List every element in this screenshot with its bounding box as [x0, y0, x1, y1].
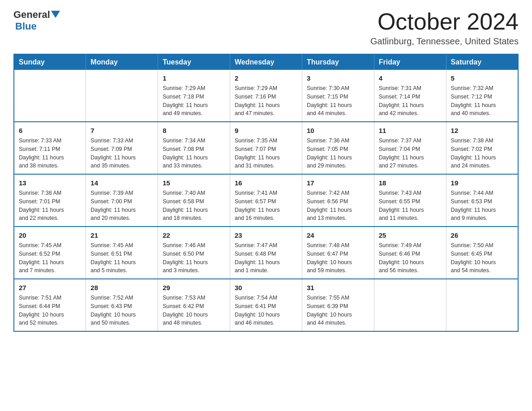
calendar-cell: 4Sunrise: 7:31 AM Sunset: 7:14 PM Daylig…	[374, 70, 446, 122]
logo-triangle-icon	[51, 11, 60, 18]
day-number: 4	[379, 73, 442, 83]
day-number: 5	[451, 73, 513, 83]
weekday-header-tuesday: Tuesday	[158, 54, 230, 70]
day-number: 23	[235, 231, 297, 240]
day-number: 14	[90, 178, 153, 188]
calendar-cell: 7Sunrise: 7:33 AM Sunset: 7:09 PM Daylig…	[86, 122, 158, 174]
day-info: Sunrise: 7:38 AM Sunset: 7:01 PM Dayligh…	[19, 189, 81, 223]
day-number: 24	[307, 231, 369, 240]
calendar-cell: 6Sunrise: 7:33 AM Sunset: 7:11 PM Daylig…	[14, 122, 86, 174]
day-number: 19	[451, 178, 513, 188]
day-info: Sunrise: 7:30 AM Sunset: 7:15 PM Dayligh…	[307, 84, 369, 118]
calendar-cell	[14, 70, 86, 122]
day-number: 13	[19, 178, 81, 188]
calendar-cell: 30Sunrise: 7:54 AM Sunset: 6:41 PM Dayli…	[230, 279, 302, 331]
calendar-cell: 27Sunrise: 7:51 AM Sunset: 6:44 PM Dayli…	[14, 279, 86, 331]
day-info: Sunrise: 7:34 AM Sunset: 7:08 PM Dayligh…	[163, 137, 225, 170]
day-info: Sunrise: 7:41 AM Sunset: 6:57 PM Dayligh…	[235, 189, 297, 223]
day-number: 7	[90, 126, 153, 135]
day-number: 26	[451, 231, 513, 240]
calendar-cell: 5Sunrise: 7:32 AM Sunset: 7:12 PM Daylig…	[446, 70, 518, 122]
day-info: Sunrise: 7:40 AM Sunset: 6:58 PM Dayligh…	[163, 189, 225, 223]
day-number: 8	[163, 126, 225, 135]
calendar-cell: 17Sunrise: 7:42 AM Sunset: 6:56 PM Dayli…	[302, 174, 374, 227]
calendar-cell: 15Sunrise: 7:40 AM Sunset: 6:58 PM Dayli…	[158, 174, 230, 227]
day-info: Sunrise: 7:53 AM Sunset: 6:42 PM Dayligh…	[163, 294, 225, 327]
day-number: 2	[235, 73, 297, 83]
header: General Blue October 2024 Gatlinburg, Te…	[13, 9, 519, 47]
day-info: Sunrise: 7:51 AM Sunset: 6:44 PM Dayligh…	[19, 294, 81, 327]
day-number: 11	[379, 126, 442, 135]
day-number: 31	[307, 283, 369, 292]
calendar-cell: 21Sunrise: 7:45 AM Sunset: 6:51 PM Dayli…	[86, 227, 158, 279]
weekday-header-monday: Monday	[86, 54, 158, 70]
weekday-header-row: SundayMondayTuesdayWednesdayThursdayFrid…	[14, 54, 518, 70]
calendar-cell: 29Sunrise: 7:53 AM Sunset: 6:42 PM Dayli…	[158, 279, 230, 331]
location-title: Gatlinburg, Tennessee, United States	[370, 36, 519, 47]
calendar-cell: 10Sunrise: 7:36 AM Sunset: 7:05 PM Dayli…	[302, 122, 374, 174]
logo: General Blue	[13, 9, 60, 32]
day-number: 20	[19, 231, 81, 240]
month-title: October 2024	[370, 9, 519, 34]
calendar-cell: 25Sunrise: 7:49 AM Sunset: 6:46 PM Dayli…	[374, 227, 446, 279]
day-number: 27	[19, 283, 81, 292]
calendar-cell: 12Sunrise: 7:38 AM Sunset: 7:02 PM Dayli…	[446, 122, 518, 174]
calendar-cell: 14Sunrise: 7:39 AM Sunset: 7:00 PM Dayli…	[86, 174, 158, 227]
day-info: Sunrise: 7:38 AM Sunset: 7:02 PM Dayligh…	[451, 137, 513, 170]
calendar-cell: 31Sunrise: 7:55 AM Sunset: 6:39 PM Dayli…	[302, 279, 374, 331]
day-info: Sunrise: 7:47 AM Sunset: 6:48 PM Dayligh…	[235, 241, 297, 275]
day-info: Sunrise: 7:52 AM Sunset: 6:43 PM Dayligh…	[90, 294, 153, 327]
day-info: Sunrise: 7:32 AM Sunset: 7:12 PM Dayligh…	[451, 84, 513, 118]
calendar-cell: 8Sunrise: 7:34 AM Sunset: 7:08 PM Daylig…	[158, 122, 230, 174]
day-info: Sunrise: 7:55 AM Sunset: 6:39 PM Dayligh…	[307, 294, 369, 327]
day-info: Sunrise: 7:37 AM Sunset: 7:04 PM Dayligh…	[379, 137, 442, 170]
day-number: 18	[379, 178, 442, 188]
day-info: Sunrise: 7:33 AM Sunset: 7:09 PM Dayligh…	[90, 137, 153, 170]
calendar-cell	[86, 70, 158, 122]
calendar-week-row: 27Sunrise: 7:51 AM Sunset: 6:44 PM Dayli…	[14, 279, 518, 331]
day-info: Sunrise: 7:29 AM Sunset: 7:18 PM Dayligh…	[163, 84, 225, 118]
logo-blue-text: Blue	[15, 21, 37, 32]
day-info: Sunrise: 7:33 AM Sunset: 7:11 PM Dayligh…	[19, 137, 81, 170]
day-number: 1	[163, 73, 225, 83]
day-info: Sunrise: 7:48 AM Sunset: 6:47 PM Dayligh…	[307, 241, 369, 275]
calendar-cell: 18Sunrise: 7:43 AM Sunset: 6:55 PM Dayli…	[374, 174, 446, 227]
day-number: 15	[163, 178, 225, 188]
day-number: 17	[307, 178, 369, 188]
day-info: Sunrise: 7:44 AM Sunset: 6:53 PM Dayligh…	[451, 189, 513, 223]
title-area: October 2024 Gatlinburg, Tennessee, Unit…	[370, 9, 519, 47]
weekday-header-friday: Friday	[374, 54, 446, 70]
day-info: Sunrise: 7:45 AM Sunset: 6:51 PM Dayligh…	[90, 241, 153, 275]
day-number: 21	[90, 231, 153, 240]
calendar-week-row: 1Sunrise: 7:29 AM Sunset: 7:18 PM Daylig…	[14, 70, 518, 122]
day-info: Sunrise: 7:36 AM Sunset: 7:05 PM Dayligh…	[307, 137, 369, 170]
day-number: 29	[163, 283, 225, 292]
day-number: 3	[307, 73, 369, 83]
calendar-cell: 3Sunrise: 7:30 AM Sunset: 7:15 PM Daylig…	[302, 70, 374, 122]
day-info: Sunrise: 7:50 AM Sunset: 6:45 PM Dayligh…	[451, 241, 513, 275]
calendar-cell: 20Sunrise: 7:45 AM Sunset: 6:52 PM Dayli…	[14, 227, 86, 279]
day-info: Sunrise: 7:54 AM Sunset: 6:41 PM Dayligh…	[235, 294, 297, 327]
calendar-cell: 9Sunrise: 7:35 AM Sunset: 7:07 PM Daylig…	[230, 122, 302, 174]
calendar-cell: 26Sunrise: 7:50 AM Sunset: 6:45 PM Dayli…	[446, 227, 518, 279]
calendar-cell: 19Sunrise: 7:44 AM Sunset: 6:53 PM Dayli…	[446, 174, 518, 227]
weekday-header-wednesday: Wednesday	[230, 54, 302, 70]
calendar-week-row: 13Sunrise: 7:38 AM Sunset: 7:01 PM Dayli…	[14, 174, 518, 227]
logo-general-text: General	[13, 9, 50, 21]
day-number: 9	[235, 126, 297, 135]
weekday-header-thursday: Thursday	[302, 54, 374, 70]
day-number: 6	[19, 126, 81, 135]
day-info: Sunrise: 7:39 AM Sunset: 7:00 PM Dayligh…	[90, 189, 153, 223]
calendar-cell: 11Sunrise: 7:37 AM Sunset: 7:04 PM Dayli…	[374, 122, 446, 174]
day-info: Sunrise: 7:46 AM Sunset: 6:50 PM Dayligh…	[163, 241, 225, 275]
day-info: Sunrise: 7:35 AM Sunset: 7:07 PM Dayligh…	[235, 137, 297, 170]
calendar-cell	[446, 279, 518, 331]
calendar-cell: 22Sunrise: 7:46 AM Sunset: 6:50 PM Dayli…	[158, 227, 230, 279]
day-number: 30	[235, 283, 297, 292]
day-number: 28	[90, 283, 153, 292]
weekday-header-sunday: Sunday	[14, 54, 86, 70]
calendar-cell: 1Sunrise: 7:29 AM Sunset: 7:18 PM Daylig…	[158, 70, 230, 122]
day-info: Sunrise: 7:45 AM Sunset: 6:52 PM Dayligh…	[19, 241, 81, 275]
calendar-cell: 23Sunrise: 7:47 AM Sunset: 6:48 PM Dayli…	[230, 227, 302, 279]
day-info: Sunrise: 7:49 AM Sunset: 6:46 PM Dayligh…	[379, 241, 442, 275]
